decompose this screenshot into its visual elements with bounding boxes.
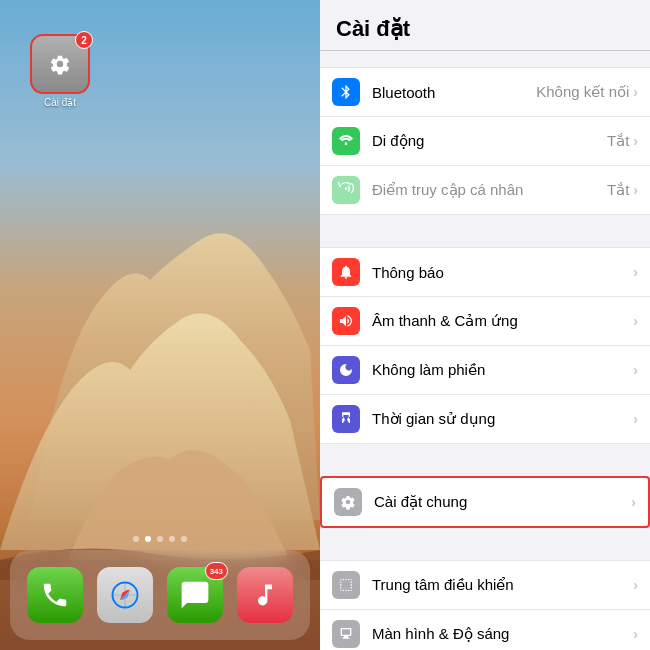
settings-item-general[interactable]: Cài đặt chung › xyxy=(320,476,650,528)
dock: 343 xyxy=(10,550,310,640)
display-icon xyxy=(332,620,360,648)
dot-5 xyxy=(181,536,187,542)
notifications-chevron: › xyxy=(633,264,638,280)
hotspot-label: Điểm truy cập cá nhân xyxy=(372,181,607,199)
settings-item-display[interactable]: Màn hình & Độ sáng › xyxy=(320,610,650,650)
settings-app-label: Cài đặt xyxy=(44,97,76,108)
sound-label: Âm thanh & Cảm ứng xyxy=(372,312,633,330)
settings-group-notifications: Thông báo › Âm thanh & Cảm ứng › K xyxy=(320,247,650,444)
hotspot-icon xyxy=(332,176,360,204)
app-grid: 2 Cài đặt xyxy=(20,30,300,112)
settings-badge: 2 xyxy=(75,31,93,49)
screentime-chevron: › xyxy=(633,411,638,427)
settings-group-connectivity: Bluetooth Không kết nối › Di động Tắt › xyxy=(320,67,650,215)
settings-item-control-center[interactable]: Trung tâm điều khiển › xyxy=(320,560,650,610)
settings-item-hotspot[interactable]: Điểm truy cập cá nhân Tắt › xyxy=(320,166,650,215)
notifications-icon xyxy=(332,258,360,286)
dock-safari[interactable] xyxy=(97,567,153,623)
display-chevron: › xyxy=(633,626,638,642)
dock-phone[interactable] xyxy=(27,567,83,623)
hotspot-chevron: › xyxy=(633,182,638,198)
settings-item-mobile[interactable]: Di động Tắt › xyxy=(320,117,650,166)
settings-item-dnd[interactable]: Không làm phiền › xyxy=(320,346,650,395)
settings-group-general: Cài đặt chung › xyxy=(320,476,650,528)
page-dots xyxy=(0,536,320,542)
hotspot-value: Tắt xyxy=(607,181,629,199)
dot-1 xyxy=(133,536,139,542)
sound-icon xyxy=(332,307,360,335)
settings-item-notifications[interactable]: Thông báo › xyxy=(320,247,650,297)
separator-2 xyxy=(320,444,650,460)
general-icon xyxy=(334,488,362,516)
dnd-icon xyxy=(332,356,360,384)
screentime-label: Thời gian sử dụng xyxy=(372,410,633,428)
dot-3 xyxy=(157,536,163,542)
control-center-label: Trung tâm điều khiển xyxy=(372,576,633,594)
control-center-chevron: › xyxy=(633,577,638,593)
settings-title: Cài đặt xyxy=(320,0,650,51)
dnd-chevron: › xyxy=(633,362,638,378)
bluetooth-chevron: › xyxy=(633,84,638,100)
home-screen: 2 Cài đặt xyxy=(0,0,320,650)
screentime-icon xyxy=(332,405,360,433)
settings-group-display: Trung tâm điều khiển › Màn hình & Độ sán… xyxy=(320,560,650,650)
settings-item-bluetooth[interactable]: Bluetooth Không kết nối › xyxy=(320,67,650,117)
mobile-icon xyxy=(332,127,360,155)
display-label: Màn hình & Độ sáng xyxy=(372,625,633,643)
settings-panel: Cài đặt Bluetooth Không kết nối › xyxy=(320,0,650,650)
dot-4 xyxy=(169,536,175,542)
dot-2 xyxy=(145,536,151,542)
dock-messages[interactable]: 343 xyxy=(167,567,223,623)
separator-3 xyxy=(320,528,650,544)
settings-item-sound[interactable]: Âm thanh & Cảm ứng › xyxy=(320,297,650,346)
settings-app-icon[interactable]: 2 Cài đặt xyxy=(24,34,96,108)
messages-badge: 343 xyxy=(205,562,228,580)
control-center-icon xyxy=(332,571,360,599)
sound-chevron: › xyxy=(633,313,638,329)
mobile-chevron: › xyxy=(633,133,638,149)
dock-music[interactable] xyxy=(237,567,293,623)
notifications-label: Thông báo xyxy=(372,264,633,281)
bluetooth-label: Bluetooth xyxy=(372,84,536,101)
general-label: Cài đặt chung xyxy=(374,493,631,511)
settings-item-screentime[interactable]: Thời gian sử dụng › xyxy=(320,395,650,444)
dnd-label: Không làm phiền xyxy=(372,361,633,379)
general-chevron: › xyxy=(631,494,636,510)
mobile-value: Tắt xyxy=(607,132,629,150)
settings-list: Bluetooth Không kết nối › Di động Tắt › xyxy=(320,51,650,650)
separator-1 xyxy=(320,215,650,231)
bluetooth-icon xyxy=(332,78,360,106)
bluetooth-value: Không kết nối xyxy=(536,83,629,101)
mobile-label: Di động xyxy=(372,132,607,150)
